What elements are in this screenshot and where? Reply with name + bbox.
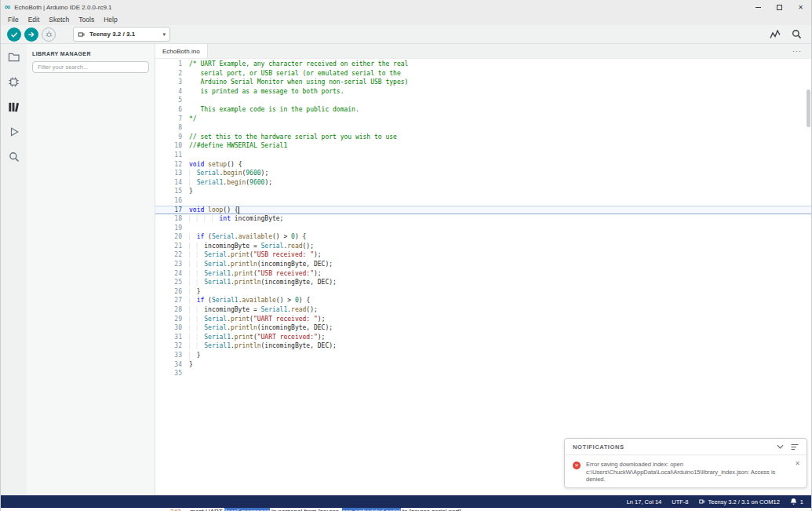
status-encoding[interactable]: UTF-8 [672, 498, 688, 506]
serial-plotter-icon [770, 30, 781, 39]
collapse-chevron-icon[interactable] [777, 444, 784, 449]
code-line-12[interactable]: 12void setup() { [155, 160, 811, 170]
code-line-34[interactable]: 34} [155, 360, 811, 370]
close-icon: ✕ [798, 4, 803, 11]
sidebar-item-search[interactable] [5, 148, 23, 166]
library-manager-panel: LIBRARY MANAGER [27, 44, 155, 495]
background-line-number: 343 [170, 508, 180, 511]
notifications-panel: NOTIFICATIONS ✕ Error saving downloaded … [564, 438, 807, 488]
code-line-35[interactable]: 35 [155, 369, 811, 378]
verify-button[interactable] [7, 27, 21, 42]
sidebar-item-debug[interactable] [5, 123, 23, 141]
code-line-31[interactable]: 31 Serial1.print("UART received:"); [155, 333, 811, 342]
notification-count: 1 [800, 498, 803, 506]
menu-edit[interactable]: Edit [24, 16, 45, 24]
code-line-7[interactable]: 7*/ [155, 115, 811, 124]
line-number: 12 [155, 160, 189, 170]
notification-close-icon[interactable]: ✕ [795, 461, 800, 484]
arduino-ide-window: ∞ EchoBoth | Arduino IDE 2.0.0-rc9.1 ✕ F… [0, 0, 812, 511]
code-line-11[interactable]: 11 [155, 151, 811, 160]
sidebar-item-boards-manager[interactable] [5, 73, 23, 90]
code-line-24[interactable]: 24 Serial1.print("USB received:"); [155, 269, 811, 279]
board-port-icon [699, 498, 705, 505]
notifications-header: NOTIFICATIONS [565, 439, 807, 455]
status-cursor-position[interactable]: Ln 17, Col 14 [627, 498, 662, 506]
code-line-3[interactable]: 3 Arduino Serial Monitor when using non-… [155, 78, 811, 87]
code-line-26[interactable]: 26 } [155, 287, 811, 297]
status-board-port[interactable]: Teensy 3.2 / 3.1 on COM12 [699, 498, 780, 506]
code-line-23[interactable]: 23 Serial.println(incomingByte, DEC); [155, 260, 811, 269]
code-line-25[interactable]: 25 Serial1.println(incomingByte, DEC); [155, 278, 811, 287]
debug-button[interactable] [42, 27, 56, 42]
background-text: most UART [190, 508, 224, 511]
code-line-33[interactable]: 33 } [155, 351, 811, 360]
line-number: 31 [155, 333, 189, 342]
line-number: 20 [155, 232, 189, 242]
code-editor[interactable]: 1/* UART Example, any character received… [155, 59, 811, 495]
code-line-17[interactable]: 17void loop() { [155, 206, 811, 215]
code-line-2[interactable]: 2 serial port, or USB serial (or emulate… [155, 69, 811, 78]
code-line-32[interactable]: 32 Serial1.println(incomingByte, DEC); [155, 341, 811, 351]
check-icon [10, 31, 18, 38]
code-line-8[interactable]: 8 [155, 123, 811, 133]
code-line-5[interactable]: 5 [155, 96, 811, 105]
window-title: EchoBoth | Arduino IDE 2.0.0-rc9.1 [14, 4, 111, 11]
line-number: 11 [155, 151, 189, 160]
code-line-15[interactable]: 15} [155, 187, 811, 196]
code-line-21[interactable]: 21 incomingByte = Serial.read(); [155, 242, 811, 251]
scrollbar-thumb[interactable] [807, 89, 810, 127]
sidebar-item-sketchbook[interactable] [5, 48, 23, 65]
serial-monitor-button[interactable] [792, 29, 802, 39]
menu-file[interactable]: File [3, 16, 24, 24]
code-line-19[interactable]: 19 [155, 224, 811, 233]
encoding-label: UTF-8 [672, 498, 688, 506]
line-number: 34 [155, 360, 189, 370]
more-actions-icon[interactable]: ··· [783, 47, 811, 55]
line-number: 24 [155, 269, 189, 279]
line-number: 19 [155, 224, 189, 233]
debug-play-icon [9, 126, 20, 137]
code-line-9[interactable]: 9// set this to the hardware serial port… [155, 133, 811, 142]
code-line-28[interactable]: 28 incomingByte = Serial1.read(); [155, 305, 811, 315]
maximize-button[interactable] [769, 0, 790, 14]
background-text: to [source serial port] [401, 508, 461, 511]
line-number: 28 [155, 305, 189, 315]
code-line-27[interactable]: 27 if (Serial1.available() > 0) { [155, 296, 811, 305]
sidebar-item-library-manager[interactable] [5, 98, 23, 115]
code-line-10[interactable]: 10//#define HWSERIAL Serial1 [155, 141, 811, 151]
tab-echoboth-ino[interactable]: EchoBoth.ino [155, 44, 208, 58]
line-number: 6 [155, 105, 189, 115]
menu-tools[interactable]: Tools [74, 16, 99, 24]
line-number: 3 [155, 78, 189, 87]
window-controls: ✕ [748, 0, 811, 14]
line-number: 17 [155, 206, 189, 215]
line-number: 29 [155, 315, 189, 324]
upload-button[interactable] [24, 27, 38, 42]
code-line-30[interactable]: 30 Serial.println(incomingByte, DEC); [155, 323, 811, 333]
library-search-input[interactable] [32, 61, 149, 73]
editor-scrollbar[interactable] [806, 60, 810, 494]
serial-plotter-button[interactable] [770, 30, 781, 39]
board-selector-label: Teensy 3.2 / 3.1 [89, 31, 135, 38]
status-notifications-bell[interactable]: 1 [790, 498, 803, 506]
code-line-16[interactable]: 16 [155, 196, 811, 206]
menu-help[interactable]: Help [99, 16, 122, 24]
tabbar: EchoBoth.ino ··· [155, 44, 811, 59]
code-line-1[interactable]: 1/* UART Example, any character received… [155, 60, 811, 69]
clear-all-icon[interactable] [791, 443, 799, 451]
minimize-button[interactable] [748, 0, 769, 14]
menu-sketch[interactable]: Sketch [44, 16, 74, 24]
close-button[interactable]: ✕ [790, 0, 811, 14]
code-line-18[interactable]: 18 int incomingByte; [155, 214, 811, 224]
code-line-20[interactable]: 20 if (Serial.available() > 0) { [155, 232, 811, 242]
code-line-14[interactable]: 14 Serial1.begin(9600); [155, 178, 811, 188]
code-line-6[interactable]: 6 This example code is in the public dom… [155, 105, 811, 115]
board-selector-dropdown[interactable]: Teensy 3.2 / 3.1 ▾ [73, 27, 170, 42]
background-window-strip[interactable]: 343 most UART 'local' messages in person… [1, 508, 811, 511]
serial-monitor-icon [792, 29, 802, 39]
code-line-4[interactable]: 4 is printed as a message to both ports. [155, 87, 811, 97]
code-line-22[interactable]: 22 Serial.print("USB received: "); [155, 250, 811, 260]
code-line-29[interactable]: 29 Serial.print("UART received: "); [155, 315, 811, 324]
line-number: 25 [155, 278, 189, 287]
code-line-13[interactable]: 13 Serial.begin(9600); [155, 169, 811, 178]
